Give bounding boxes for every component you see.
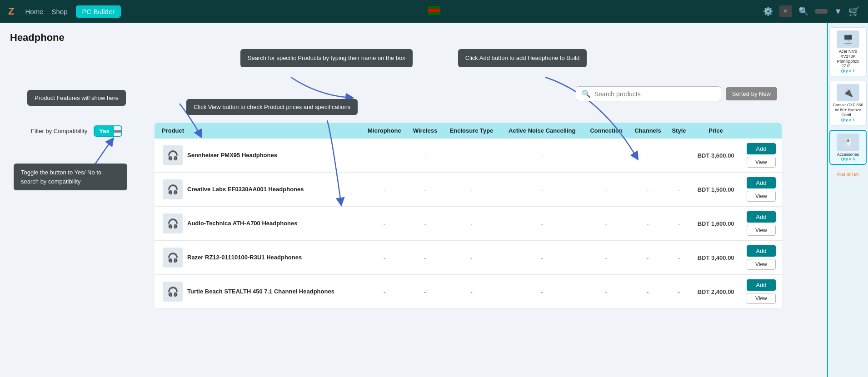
features-tooltip: Product Features will show here: [27, 90, 126, 106]
cell-channels-2: -: [629, 207, 667, 241]
accessories-icon: 🖱️: [837, 134, 859, 151]
cell-enclosure-3: -: [443, 241, 500, 275]
navbar-center: [428, 6, 440, 17]
navbar: Z Home Shop PC Builder ⚙️ বা 🔍 ▼ 🛒: [0, 0, 868, 23]
cell-channels-1: -: [629, 173, 667, 207]
cell-anc-4: -: [500, 275, 584, 309]
product-name-0: Sennheiser PMX95 Headphones: [187, 151, 277, 159]
settings-icon[interactable]: ⚙️: [763, 6, 773, 16]
cell-connection-1: -: [584, 173, 629, 207]
cell-wireless-0: -: [407, 139, 443, 173]
view-button-4[interactable]: View: [747, 293, 776, 304]
cart-icon[interactable]: 🛒: [848, 6, 860, 17]
add-button-2[interactable]: Add: [747, 211, 776, 223]
add-button-1[interactable]: Add: [747, 177, 776, 188]
nav-home[interactable]: Home: [25, 8, 43, 15]
cell-style-2: -: [667, 207, 691, 241]
cell-connection-2: -: [584, 207, 629, 241]
view-button-2[interactable]: View: [747, 225, 776, 236]
accessories-qty: Qty × 3: [833, 157, 863, 161]
filter-label: Filter by Compatibility: [31, 128, 87, 134]
search-hint-tooltip: Search for specific Products by typing t…: [240, 49, 413, 67]
cell-connection-0: -: [584, 139, 629, 173]
cell-enclosure-2: -: [443, 207, 500, 241]
table-row: 🎧 Sennheiser PMX95 Headphones - - - - - …: [155, 139, 782, 173]
add-button-3[interactable]: Add: [747, 245, 776, 257]
add-button-4[interactable]: Add: [747, 279, 776, 291]
sidebar-item-psu[interactable]: 🔌 Corsair CXF 650 W 80+ Bronze Certif...…: [829, 81, 867, 125]
search-magnifier-icon: 🔍: [582, 89, 591, 98]
psu-icon: 🔌: [837, 84, 859, 101]
flag-icon: [428, 6, 440, 15]
cell-style-0: -: [667, 139, 691, 173]
cell-enclosure-4: -: [443, 275, 500, 309]
cell-channels-0: -: [629, 139, 667, 173]
cell-enclosure-0: -: [443, 139, 500, 173]
product-name-3: Razer RZ12-01110100-R3U1 Headphones: [187, 253, 302, 262]
col-product: Product: [155, 123, 361, 139]
psu-title: Corsair CXF 650 W 80+ Bronze Certif...: [833, 103, 863, 117]
cell-style-4: -: [667, 275, 691, 309]
product-img-4: 🎧: [163, 282, 183, 302]
cell-style-3: -: [667, 241, 691, 275]
user-button[interactable]: [815, 9, 828, 14]
cell-product-1: 🎧 Creative Labs EF0330AA001 Headphones: [155, 173, 361, 207]
cell-actions-0: Add View: [741, 139, 782, 173]
view-button-0[interactable]: View: [747, 157, 776, 168]
product-tbody: 🎧 Sennheiser PMX95 Headphones - - - - - …: [155, 139, 782, 309]
toggle-yes[interactable]: Yes: [95, 126, 114, 136]
cell-actions-2: Add View: [741, 207, 782, 241]
sidebar: 🖥️ Acer Nitro XV273K Pbmiiipphzx 27.0' .…: [827, 23, 868, 377]
compatibility-toggle[interactable]: Yes: [94, 125, 122, 137]
table-row: 🎧 Creative Labs EF0330AA001 Headphones -…: [155, 173, 782, 207]
cell-actions-4: Add View: [741, 275, 782, 309]
monitor-icon: 🖥️: [837, 30, 859, 48]
content-area: Headphone Search for specific Products b…: [0, 23, 827, 377]
cell-price-4: BDT 2,400.00: [691, 275, 741, 309]
table-container: Product Microphone Wireless Enclosure Ty…: [155, 123, 782, 309]
add-button-0[interactable]: Add: [747, 143, 776, 154]
cell-enclosure-1: -: [443, 173, 500, 207]
cell-connection-4: -: [584, 275, 629, 309]
nav-pcbuilder[interactable]: PC Builder: [76, 5, 121, 18]
cell-wireless-1: -: [407, 173, 443, 207]
product-name-2: Audio-Technica ATH-A700 Headphones: [187, 219, 297, 228]
product-img-1: 🎧: [163, 179, 183, 199]
cell-channels-4: -: [629, 275, 667, 309]
cell-anc-1: -: [500, 173, 584, 207]
toggle-no[interactable]: [114, 130, 121, 133]
cell-mic-4: -: [361, 275, 407, 309]
nav-shop[interactable]: Shop: [51, 8, 67, 15]
sidebar-item-monitor[interactable]: 🖥️ Acer Nitro XV273K Pbmiiipphzx 27.0' .…: [829, 27, 867, 76]
cell-anc-0: -: [500, 139, 584, 173]
add-hint-tooltip: Click Add button to add Headphone to Bui…: [458, 49, 587, 67]
cell-product-3: 🎧 Razer RZ12-01110100-R3U1 Headphones: [155, 241, 361, 275]
product-name-1: Creative Labs EF0330AA001 Headphones: [187, 185, 304, 193]
sidebar-item-accessories[interactable]: 🖱️ Accessories Qty × 3: [829, 130, 867, 165]
lang-button[interactable]: বা: [779, 5, 792, 17]
search-input[interactable]: [594, 90, 715, 98]
page-title: Headphone: [10, 32, 817, 44]
sort-button[interactable]: Sorted by New: [726, 87, 777, 100]
search-box: 🔍: [576, 86, 721, 101]
cell-mic-1: -: [361, 173, 407, 207]
nav-logo: Z: [8, 5, 14, 17]
toggle-tooltip: Toggle the button to Yes/ No to search b…: [14, 164, 127, 190]
product-img-2: 🎧: [163, 213, 183, 233]
col-channels: Channels: [629, 123, 667, 139]
cell-price-0: BDT 3,600.00: [691, 139, 741, 173]
search-icon[interactable]: 🔍: [798, 6, 808, 16]
view-button-1[interactable]: View: [747, 191, 776, 202]
cell-mic-2: -: [361, 207, 407, 241]
chevron-down-icon[interactable]: ▼: [834, 7, 842, 16]
cell-mic-3: -: [361, 241, 407, 275]
view-button-3[interactable]: View: [747, 259, 776, 270]
product-table: Product Microphone Wireless Enclosure Ty…: [155, 123, 782, 309]
col-enclosure: Enclosure Type: [443, 123, 500, 139]
cell-channels-3: -: [629, 241, 667, 275]
cell-product-4: 🎧 Turtle Beach STEALTH 450 7.1 Channel H…: [155, 275, 361, 309]
cell-wireless-4: -: [407, 275, 443, 309]
col-price: Price: [691, 123, 741, 139]
cell-wireless-3: -: [407, 241, 443, 275]
cell-anc-3: -: [500, 241, 584, 275]
